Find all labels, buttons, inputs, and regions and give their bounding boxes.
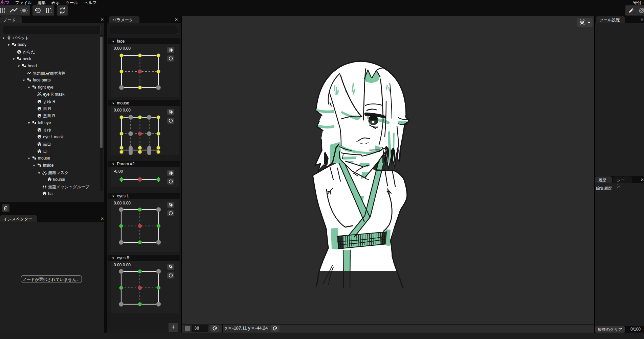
svg-text:あつ: あつ [0,0,9,4]
